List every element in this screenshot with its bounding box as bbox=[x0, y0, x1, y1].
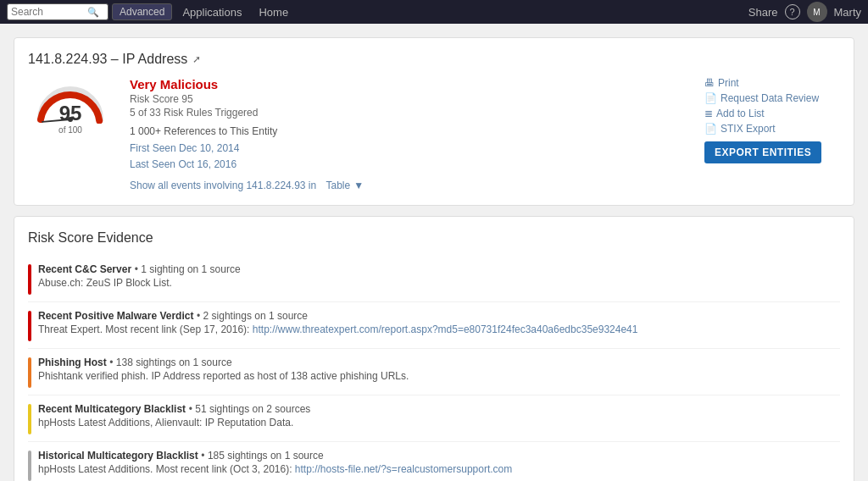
risk-bar-yellow bbox=[28, 404, 31, 434]
ip-info: Very Malicious Risk Score 95 5 of 33 Ris… bbox=[130, 77, 687, 191]
first-seen: First Seen Dec 10, 2014 bbox=[130, 141, 687, 157]
risk-bar-red bbox=[28, 264, 31, 295]
risk-item-title: Historical Multicategory Blacklist bbox=[38, 450, 198, 462]
risk-score: Risk Score 95 bbox=[130, 93, 687, 105]
risk-evidence-title: Risk Score Evidence bbox=[28, 230, 840, 246]
stix-export-link[interactable]: 📄 STIX Export bbox=[704, 123, 776, 135]
risk-item-count: • 185 sightings on 1 source bbox=[201, 450, 323, 462]
review-icon: 📄 bbox=[704, 92, 717, 104]
avatar: M bbox=[807, 2, 827, 22]
risk-item-desc: hpHosts Latest Additions, Alienvault: IP… bbox=[38, 417, 310, 428]
hosts-link[interactable]: http://hosts-file.net/?s=realcustomersup… bbox=[295, 463, 512, 475]
risk-bar-red bbox=[28, 311, 31, 341]
table-link[interactable]: Table bbox=[326, 180, 351, 191]
malware-link[interactable]: http://www.threatexpert.com/report.aspx?… bbox=[253, 323, 638, 335]
gauge-of-label: of 100 bbox=[58, 125, 82, 135]
add-to-list-link[interactable]: ≣ Add to List bbox=[704, 108, 765, 119]
home-link[interactable]: Home bbox=[252, 6, 295, 19]
top-navigation: 🔍 Advanced Applications Home Share ? M M… bbox=[0, 0, 868, 24]
risk-item: Phishing Host • 138 sightings on 1 sourc… bbox=[28, 349, 840, 395]
last-seen: Last Seen Oct 16, 2016 bbox=[130, 157, 687, 173]
ip-card-title: 141.8.224.93 – IP Address ➚ bbox=[28, 52, 840, 67]
ip-address-card: 141.8.224.93 – IP Address ➚ 95 bbox=[14, 37, 854, 206]
main-content: 141.8.224.93 – IP Address ➚ 95 bbox=[0, 24, 868, 481]
advanced-button[interactable]: Advanced bbox=[112, 3, 172, 20]
severity-label: Very Malicious bbox=[130, 77, 687, 91]
risk-item-count: • 138 sightings on 1 source bbox=[109, 357, 231, 368]
risk-evidence-card: Risk Score Evidence Recent C&C Server • … bbox=[14, 216, 854, 481]
gauge-arc: 95 bbox=[32, 77, 108, 124]
share-button[interactable]: Share bbox=[748, 6, 778, 19]
gauge-score: 95 bbox=[32, 103, 108, 124]
nav-right: Share ? M Marty bbox=[748, 2, 861, 22]
risk-item-desc: Abuse.ch: ZeuS IP Block List. bbox=[38, 277, 241, 289]
risk-item-desc: Phishtank verified phish. IP Address rep… bbox=[38, 370, 409, 382]
list-icon: ≣ bbox=[704, 108, 713, 119]
export-entities-button[interactable]: EXPORT ENTITIES bbox=[704, 141, 821, 163]
print-icon: 🖶 bbox=[704, 77, 715, 89]
risk-gauge: 95 of 100 bbox=[28, 77, 113, 135]
risk-item: Recent Positive Malware Verdict • 2 sigh… bbox=[28, 302, 840, 349]
action-panel: 🖶 Print 📄 Request Data Review ≣ Add to L… bbox=[704, 77, 840, 163]
rules-triggered: 5 of 33 Risk Rules Triggered bbox=[130, 107, 687, 119]
risk-item-desc: Threat Expert. Most recent link (Sep 17,… bbox=[38, 323, 637, 335]
dropdown-arrow-icon[interactable]: ▼ bbox=[353, 180, 364, 191]
references: 1 000+ References to This Entity bbox=[130, 125, 687, 137]
search-input[interactable] bbox=[11, 6, 87, 18]
search-icon: 🔍 bbox=[87, 7, 99, 18]
risk-item-title: Recent Multicategory Blacklist bbox=[38, 403, 186, 415]
stix-icon: 📄 bbox=[704, 123, 717, 135]
request-review-link[interactable]: 📄 Request Data Review bbox=[704, 92, 819, 104]
risk-item-title: Recent Positive Malware Verdict bbox=[38, 310, 193, 322]
risk-item: Historical Multicategory Blacklist • 185… bbox=[28, 442, 840, 481]
risk-item-desc: hpHosts Latest Additions. Most recent li… bbox=[38, 463, 512, 475]
search-box[interactable]: 🔍 bbox=[7, 3, 108, 20]
risk-bar-gray bbox=[28, 451, 31, 481]
user-name: Marty bbox=[834, 6, 862, 19]
external-link-icon[interactable]: ➚ bbox=[192, 53, 201, 65]
risk-bar-orange bbox=[28, 357, 31, 388]
risk-item: Recent C&C Server • 1 sighting on 1 sour… bbox=[28, 256, 840, 302]
applications-link[interactable]: Applications bbox=[175, 6, 248, 19]
risk-item-title: Recent C&C Server bbox=[38, 263, 131, 275]
print-link[interactable]: 🖶 Print bbox=[704, 77, 739, 89]
risk-item-title: Phishing Host bbox=[38, 357, 107, 368]
risk-item-count: • 2 sightings on 1 source bbox=[197, 310, 308, 322]
risk-item: Recent Multicategory Blacklist • 51 sigh… bbox=[28, 395, 840, 442]
risk-item-count: • 1 sighting on 1 source bbox=[135, 263, 241, 275]
risk-item-count: • 51 sightings on 2 sources bbox=[189, 403, 311, 415]
show-events: Show all events involving 141.8.224.93 i… bbox=[130, 180, 687, 191]
help-button[interactable]: ? bbox=[785, 4, 800, 19]
